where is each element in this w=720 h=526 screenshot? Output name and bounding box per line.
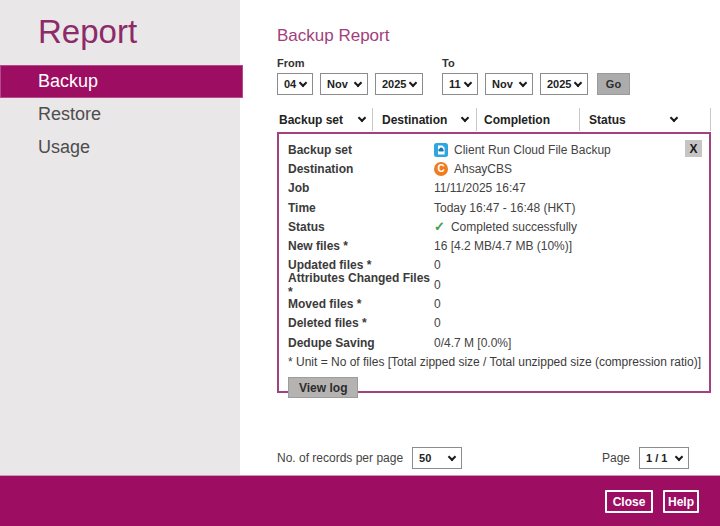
help-button[interactable]: Help	[663, 490, 699, 513]
to-year-select[interactable]: 2025	[540, 73, 588, 95]
report-row-deleted-files: Deleted files * 0	[279, 314, 709, 333]
unit-footnote: * Unit = No of files [Total zipped size …	[279, 352, 709, 371]
filter-status[interactable]: Status	[580, 108, 711, 131]
chevron-down-icon	[574, 78, 582, 86]
to-date-group: To 11 Nov 2025	[442, 57, 588, 95]
chevron-down-icon	[358, 114, 366, 122]
from-month-value: Nov	[327, 78, 348, 90]
status-value: Completed successfully	[451, 220, 577, 234]
page-select[interactable]: 1 / 1	[639, 447, 689, 469]
filter-backup-set[interactable]: Backup set	[277, 108, 373, 131]
report-row-job: Job 11/11/2025 16:47	[279, 179, 709, 198]
footer-bar: Close Help	[0, 475, 720, 526]
page-select-group: Page 1 / 1	[602, 447, 689, 469]
filter-destination-label: Destination	[382, 113, 447, 127]
filter-status-label: Status	[589, 113, 626, 127]
to-day-value: 11	[449, 78, 461, 90]
to-year-value: 2025	[547, 78, 571, 90]
pagination-bar: No. of records per page 50 Page 1 / 1	[277, 447, 711, 471]
cloud-file-backup-icon	[434, 143, 448, 157]
time-value: Today 16:47 - 16:48 (HKT)	[434, 201, 575, 215]
sidebar-nav: Backup Restore Usage	[0, 65, 240, 164]
filter-bar: Backup set Destination Completion Status	[277, 108, 711, 131]
check-icon: ✓	[434, 219, 445, 234]
go-button[interactable]: Go	[597, 73, 630, 95]
sidebar-item-restore[interactable]: Restore	[0, 98, 240, 131]
from-year-select[interactable]: 2025	[375, 73, 423, 95]
chevron-down-icon	[464, 78, 472, 86]
records-per-page-select[interactable]: 50	[412, 447, 462, 469]
report-row-dedupe-saving: Dedupe Saving 0/4.7 M [0.0%]	[279, 333, 709, 352]
filter-completion-label: Completion	[484, 113, 550, 127]
sidebar: Report Backup Restore Usage	[0, 0, 240, 475]
report-detail-panel: X Backup set Client Run Cloud File Backu…	[277, 132, 711, 393]
report-row-backup-set: Backup set Client Run Cloud File Backup	[279, 140, 709, 159]
from-month-select[interactable]: Nov	[320, 73, 368, 95]
page-title: Report	[38, 9, 240, 55]
records-per-page-label: No. of records per page	[277, 451, 403, 465]
report-row-status: Status ✓ Completed successfully	[279, 217, 709, 236]
filter-backup-set-label: Backup set	[279, 113, 343, 127]
to-month-value: Nov	[492, 78, 513, 90]
deleted-files-value: 0	[434, 316, 441, 330]
sidebar-item-backup[interactable]: Backup	[0, 65, 243, 98]
dedupe-saving-value: 0/4.7 M [0.0%]	[434, 336, 511, 350]
section-heading: Backup Report	[277, 26, 389, 46]
destination-value: AhsayCBS	[454, 162, 512, 176]
report-row-destination: Destination C AhsayCBS	[279, 159, 709, 178]
records-per-page-group: No. of records per page 50	[277, 447, 462, 469]
page-label: Page	[602, 451, 630, 465]
chevron-down-icon	[354, 78, 362, 86]
to-day-select[interactable]: 11	[442, 73, 478, 95]
report-row-moved-files: Moved files * 0	[279, 294, 709, 313]
updated-files-value: 0	[434, 258, 441, 272]
report-row-time: Time Today 16:47 - 16:48 (HKT)	[279, 198, 709, 217]
chevron-down-icon	[519, 78, 527, 86]
filter-destination[interactable]: Destination	[373, 108, 477, 131]
chevron-down-icon	[675, 452, 683, 460]
from-day-value: 04	[284, 78, 296, 90]
chevron-down-icon	[461, 114, 469, 122]
page-value: 1 / 1	[646, 452, 667, 464]
backup-set-value: Client Run Cloud File Backup	[454, 143, 611, 157]
report-row-new-files: New files * 16 [4.2 MB/4.7 MB (10%)]	[279, 236, 709, 255]
job-value: 11/11/2025 16:47	[434, 181, 526, 195]
chevron-down-icon	[670, 114, 678, 122]
moved-files-value: 0	[434, 297, 441, 311]
report-window: Report Backup Restore Usage Backup Repor…	[0, 0, 720, 526]
attributes-changed-value: 0	[434, 278, 441, 292]
filter-completion[interactable]: Completion	[477, 108, 580, 131]
from-year-value: 2025	[382, 78, 406, 90]
to-label: To	[442, 57, 588, 69]
to-month-select[interactable]: Nov	[485, 73, 533, 95]
report-row-attributes-changed: Attributes Changed Files * 0	[279, 275, 709, 294]
sidebar-item-usage[interactable]: Usage	[0, 131, 240, 164]
close-report-button[interactable]: X	[685, 140, 702, 157]
from-day-select[interactable]: 04	[277, 73, 313, 95]
from-label: From	[277, 57, 423, 69]
records-per-page-value: 50	[419, 452, 431, 464]
close-button[interactable]: Close	[605, 490, 653, 513]
view-log-button[interactable]: View log	[288, 377, 358, 398]
chevron-down-icon	[409, 78, 417, 86]
ahsaycbs-icon: C	[434, 162, 448, 176]
new-files-value: 16 [4.2 MB/4.7 MB (10%)]	[434, 239, 572, 253]
chevron-down-icon	[299, 78, 307, 86]
chevron-down-icon	[448, 452, 456, 460]
from-date-group: From 04 Nov 2025	[277, 57, 423, 95]
